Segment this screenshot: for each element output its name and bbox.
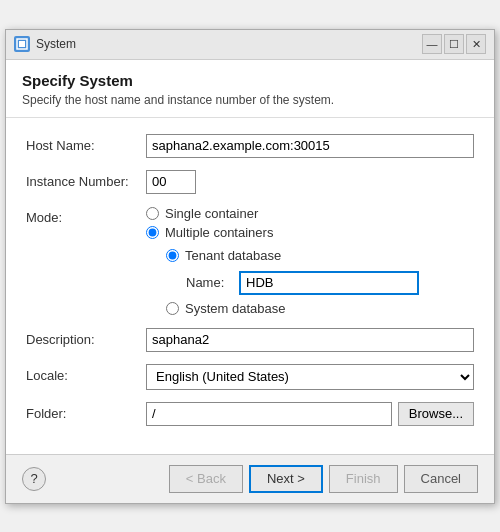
host-name-label: Host Name: bbox=[26, 134, 146, 153]
window-icon bbox=[14, 36, 30, 52]
multiple-containers-option[interactable]: Multiple containers bbox=[146, 225, 474, 240]
mode-control: Single container Multiple containers Ten… bbox=[146, 206, 474, 316]
locale-row: Locale: English (United States) German (… bbox=[26, 364, 474, 390]
single-container-radio[interactable] bbox=[146, 207, 159, 220]
host-name-input[interactable] bbox=[146, 134, 474, 158]
description-label: Description: bbox=[26, 328, 146, 347]
instance-number-row: Instance Number: bbox=[26, 170, 474, 194]
folder-input-group: Browse... bbox=[146, 402, 474, 426]
back-button[interactable]: < Back bbox=[169, 465, 243, 493]
tenant-database-radio[interactable] bbox=[166, 249, 179, 262]
tenant-database-label: Tenant database bbox=[185, 248, 281, 263]
mode-radio-group: Single container Multiple containers Ten… bbox=[146, 206, 474, 316]
tenant-database-option[interactable]: Tenant database bbox=[166, 248, 474, 263]
window-controls: — ☐ ✕ bbox=[422, 34, 486, 54]
svg-rect-1 bbox=[19, 41, 25, 47]
instance-number-label: Instance Number: bbox=[26, 170, 146, 189]
next-button[interactable]: Next > bbox=[249, 465, 323, 493]
locale-control: English (United States) German (Germany)… bbox=[146, 364, 474, 390]
help-button[interactable]: ? bbox=[22, 467, 46, 491]
dialog-content: Host Name: Instance Number: Mode: Single… bbox=[6, 118, 494, 454]
system-database-label: System database bbox=[185, 301, 285, 316]
instance-number-control bbox=[146, 170, 474, 194]
host-name-control bbox=[146, 134, 474, 158]
instance-number-input[interactable] bbox=[146, 170, 196, 194]
folder-control: Browse... bbox=[146, 402, 474, 426]
dialog-footer: ? < Back Next > Finish Cancel bbox=[6, 454, 494, 503]
close-button[interactable]: ✕ bbox=[466, 34, 486, 54]
system-database-radio[interactable] bbox=[166, 302, 179, 315]
name-input[interactable] bbox=[239, 271, 419, 295]
mode-row: Mode: Single container Multiple containe… bbox=[26, 206, 474, 316]
footer-left: ? bbox=[22, 467, 46, 491]
main-window: System — ☐ ✕ Specify System Specify the … bbox=[5, 29, 495, 504]
dialog-subtitle: Specify the host name and instance numbe… bbox=[22, 93, 478, 107]
maximize-button[interactable]: ☐ bbox=[444, 34, 464, 54]
multiple-containers-label: Multiple containers bbox=[165, 225, 273, 240]
folder-row: Folder: Browse... bbox=[26, 402, 474, 426]
description-row: Description: bbox=[26, 328, 474, 352]
locale-select[interactable]: English (United States) German (Germany)… bbox=[146, 364, 474, 390]
folder-label: Folder: bbox=[26, 402, 146, 421]
name-row: Name: bbox=[186, 271, 474, 295]
system-database-option[interactable]: System database bbox=[166, 301, 474, 316]
single-container-label: Single container bbox=[165, 206, 258, 221]
title-bar: System — ☐ ✕ bbox=[6, 30, 494, 60]
folder-input[interactable] bbox=[146, 402, 392, 426]
mode-label: Mode: bbox=[26, 206, 146, 225]
description-control bbox=[146, 328, 474, 352]
dialog-title: Specify System bbox=[22, 72, 478, 89]
minimize-button[interactable]: — bbox=[422, 34, 442, 54]
name-label: Name: bbox=[186, 275, 231, 290]
multiple-containers-radio[interactable] bbox=[146, 226, 159, 239]
sub-options: Tenant database Name: System database bbox=[166, 248, 474, 316]
dialog-header: Specify System Specify the host name and… bbox=[6, 60, 494, 118]
locale-label: Locale: bbox=[26, 364, 146, 383]
host-name-row: Host Name: bbox=[26, 134, 474, 158]
finish-button[interactable]: Finish bbox=[329, 465, 398, 493]
single-container-option[interactable]: Single container bbox=[146, 206, 474, 221]
browse-button[interactable]: Browse... bbox=[398, 402, 474, 426]
footer-buttons: < Back Next > Finish Cancel bbox=[169, 465, 478, 493]
cancel-button[interactable]: Cancel bbox=[404, 465, 478, 493]
window-title: System bbox=[36, 37, 422, 51]
description-input[interactable] bbox=[146, 328, 474, 352]
